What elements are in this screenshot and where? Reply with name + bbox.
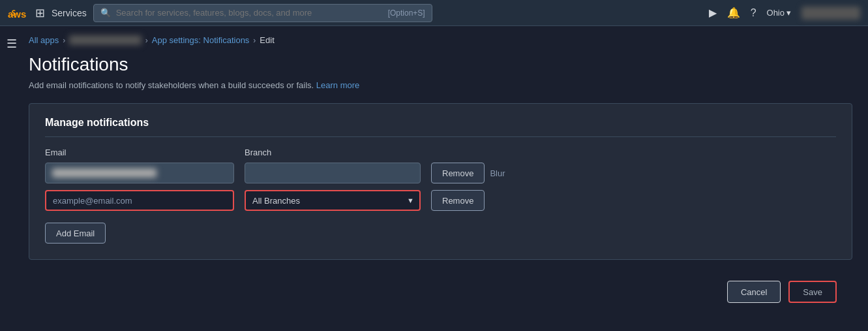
region-chevron: ▾: [786, 8, 791, 18]
remove-new-button[interactable]: Remove: [431, 190, 485, 211]
page-layout: ☰ All apps › ████████████ › App settings…: [0, 26, 868, 331]
bell-icon[interactable]: 🔔: [727, 7, 740, 19]
search-input[interactable]: [116, 8, 383, 18]
email-input[interactable]: [45, 190, 234, 211]
branch-select[interactable]: All Branches main develop: [245, 190, 421, 211]
breadcrumb: All apps › ████████████ › App settings: …: [29, 35, 852, 45]
existing-row-actions: Remove Blur: [431, 163, 836, 183]
breadcrumb-all-apps[interactable]: All apps: [29, 35, 59, 45]
existing-email-value: [52, 168, 157, 178]
existing-branch-display: [245, 163, 421, 183]
branch-column-header: Branch: [245, 148, 421, 157]
learn-more-link[interactable]: Learn more: [316, 80, 359, 90]
save-button[interactable]: Save: [788, 281, 837, 303]
svg-text:aws: aws: [8, 8, 26, 20]
services-nav-label[interactable]: Services: [52, 8, 87, 18]
nav-right: ▶ 🔔 ? Ohio ▾: [709, 7, 860, 20]
bottom-actions: Cancel Save: [29, 273, 852, 311]
breadcrumb-current: Edit: [260, 35, 274, 45]
search-icon: 🔍: [100, 8, 111, 18]
branch-select-wrapper: All Branches main develop ▼: [245, 190, 421, 211]
search-bar[interactable]: 🔍 [Option+S]: [93, 4, 432, 22]
aws-logo[interactable]: aws: [8, 6, 29, 20]
email-column-header: Email: [45, 148, 234, 157]
sidebar-toggle[interactable]: ☰: [0, 26, 23, 331]
hamburger-icon: ☰: [7, 37, 17, 51]
region-label: Ohio: [767, 8, 785, 18]
profile-menu[interactable]: [801, 7, 860, 20]
breadcrumb-sep-1: ›: [63, 36, 65, 45]
blur-label: Blur: [490, 168, 505, 178]
page-title: Notifications: [29, 54, 852, 75]
page-description: Add email notifications to notify stakeh…: [29, 80, 852, 90]
cancel-button[interactable]: Cancel: [727, 281, 781, 303]
help-icon[interactable]: ?: [751, 7, 756, 19]
manage-notifications-card: Manage notifications Email Branch: [29, 103, 852, 260]
card-title: Manage notifications: [45, 117, 836, 137]
add-email-button[interactable]: Add Email: [45, 223, 106, 244]
new-row-actions: Remove: [431, 190, 836, 211]
terminal-icon[interactable]: ▶: [709, 7, 717, 19]
grid-icon[interactable]: ⊞: [35, 6, 45, 20]
email-input-wrapper: [45, 190, 234, 211]
breadcrumb-sep-3: ›: [253, 36, 256, 45]
existing-email-display: [45, 163, 234, 183]
table-header-row: Email Branch: [45, 148, 836, 157]
breadcrumb-app-name[interactable]: ████████████: [69, 35, 142, 45]
existing-notification-row: Remove Blur: [45, 163, 836, 183]
region-selector[interactable]: Ohio ▾: [767, 8, 791, 18]
remove-existing-button[interactable]: Remove: [431, 163, 485, 183]
notifications-table: Email Branch Remove Blur: [45, 148, 836, 244]
breadcrumb-app-settings[interactable]: App settings: Notifications: [152, 35, 250, 45]
main-content: All apps › ████████████ › App settings: …: [23, 26, 868, 331]
breadcrumb-sep-2: ›: [145, 36, 148, 45]
new-notification-row: All Branches main develop ▼ Remove: [45, 190, 836, 211]
top-navigation: aws ⊞ Services 🔍 [Option+S] ▶ 🔔 ? Ohio ▾: [0, 0, 868, 26]
search-shortcut: [Option+S]: [388, 8, 425, 18]
description-text: Add email notifications to notify stakeh…: [29, 80, 314, 90]
